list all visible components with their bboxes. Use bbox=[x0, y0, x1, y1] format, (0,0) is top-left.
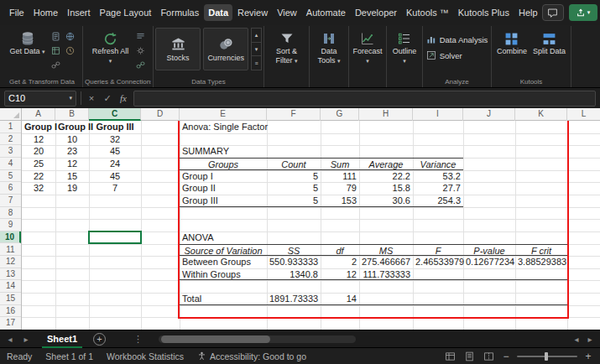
horizontal-scrollbar[interactable] bbox=[159, 335, 356, 343]
cell-C4[interactable]: 24 bbox=[89, 158, 141, 170]
row-header-13[interactable]: 13 bbox=[0, 268, 21, 281]
cell-I5[interactable]: 53.2 bbox=[413, 170, 463, 183]
row-header-11[interactable]: 11 bbox=[0, 244, 21, 257]
cell-I6[interactable]: 27.7 bbox=[413, 182, 463, 195]
cell-G11[interactable]: df bbox=[321, 244, 359, 257]
name-box[interactable]: C10 ▾ bbox=[4, 91, 76, 107]
cell-F4[interactable]: Count bbox=[267, 158, 321, 170]
cell-G4[interactable]: Sum bbox=[321, 158, 359, 170]
cell-I12[interactable]: 2.46533979 bbox=[413, 256, 463, 268]
cell-K12[interactable]: 3.88529383 bbox=[515, 256, 567, 268]
zoom-in-button[interactable]: + bbox=[583, 351, 593, 362]
cell-G7[interactable]: 153 bbox=[321, 195, 359, 207]
scroll-right-icon[interactable]: ▸ bbox=[585, 335, 595, 344]
row-header-4[interactable]: 4 bbox=[0, 158, 21, 170]
row-header-10[interactable]: 10 bbox=[0, 231, 21, 244]
gallery-down-icon[interactable]: ▾ bbox=[252, 43, 261, 57]
menu-tab-file[interactable]: File bbox=[5, 4, 29, 21]
cell-I13[interactable] bbox=[413, 268, 463, 281]
cell-G13[interactable]: 12 bbox=[321, 268, 359, 281]
cell-K13[interactable] bbox=[515, 268, 567, 281]
from-text-csv-button[interactable] bbox=[50, 30, 62, 43]
cell-H13[interactable]: 111.733333 bbox=[359, 268, 413, 281]
refresh-all-button[interactable]: Refresh All ▾ bbox=[90, 28, 132, 65]
column-header-E[interactable]: E bbox=[180, 108, 267, 121]
row-header-2[interactable]: 2 bbox=[0, 133, 21, 146]
outline-button[interactable]: Outline ▾ bbox=[389, 28, 420, 65]
cell-B5[interactable]: 15 bbox=[55, 170, 89, 183]
cell-H5[interactable]: 22.2 bbox=[359, 170, 413, 183]
cell-H12[interactable]: 275.466667 bbox=[359, 256, 413, 268]
zoom-slider[interactable] bbox=[517, 356, 577, 357]
cell-B1[interactable]: Group II bbox=[55, 121, 89, 133]
cell-J13[interactable] bbox=[463, 268, 515, 281]
column-header-F[interactable]: F bbox=[267, 108, 321, 121]
menu-tab-developer[interactable]: Developer bbox=[351, 4, 401, 21]
properties-button[interactable] bbox=[134, 44, 147, 57]
column-header-H[interactable]: H bbox=[359, 108, 413, 121]
column-header-L[interactable]: L bbox=[567, 108, 600, 121]
menu-tab-data[interactable]: Data bbox=[204, 4, 232, 21]
cell-G6[interactable]: 79 bbox=[321, 182, 359, 195]
cell-E1[interactable]: Anova: Single Factor bbox=[180, 121, 267, 133]
row-header-14[interactable]: 14 bbox=[0, 280, 21, 293]
menu-tab-automate[interactable]: Automate bbox=[302, 4, 350, 21]
row-header-12[interactable]: 12 bbox=[0, 256, 21, 268]
cell-E4[interactable]: Groups bbox=[180, 158, 267, 170]
combine-button[interactable]: Combine bbox=[495, 28, 529, 56]
zoom-slider-thumb[interactable] bbox=[545, 352, 548, 361]
menu-tab-page-layout[interactable]: Page Layout bbox=[96, 4, 156, 21]
column-header-G[interactable]: G bbox=[321, 108, 359, 121]
cell-A6[interactable]: 32 bbox=[22, 182, 55, 195]
cancel-button[interactable]: × bbox=[86, 93, 97, 103]
cell-C6[interactable]: 7 bbox=[89, 182, 141, 195]
cell-A1[interactable]: Group I bbox=[22, 121, 55, 133]
sheet-count-label[interactable]: Sheet 1 of 1 bbox=[45, 351, 93, 361]
row-header-9[interactable]: 9 bbox=[0, 219, 21, 231]
currencies-button[interactable]: Currencies bbox=[203, 28, 248, 70]
cell-I15[interactable] bbox=[413, 293, 463, 305]
cell-J15[interactable] bbox=[463, 293, 515, 305]
cell-B4[interactable]: 12 bbox=[55, 158, 89, 170]
queries-connections-button[interactable] bbox=[134, 30, 147, 43]
cell-A5[interactable]: 22 bbox=[22, 170, 55, 183]
zoom-out-button[interactable]: − bbox=[501, 351, 511, 362]
row-header-7[interactable]: 7 bbox=[0, 195, 21, 207]
cell-C1[interactable]: Group III bbox=[89, 121, 141, 133]
formula-input[interactable] bbox=[133, 91, 596, 107]
gallery-more-icon[interactable]: ≡ bbox=[252, 56, 261, 70]
split-data-button[interactable]: Split Data bbox=[531, 28, 567, 56]
page-layout-view-button[interactable] bbox=[462, 350, 476, 362]
menu-tab-help[interactable]: Help bbox=[514, 4, 542, 21]
row-header-3[interactable]: 3 bbox=[0, 145, 21, 158]
sheet-tab-sheet1[interactable]: Sheet1 bbox=[37, 330, 87, 348]
cell-G5[interactable]: 111 bbox=[321, 170, 359, 183]
cell-E5[interactable]: Group I bbox=[180, 170, 267, 183]
cell-F7[interactable]: 5 bbox=[267, 195, 321, 207]
cell-E13[interactable]: Within Groups bbox=[180, 268, 267, 281]
cell-B3[interactable]: 23 bbox=[55, 145, 89, 158]
cell-E15[interactable]: Total bbox=[180, 293, 267, 305]
column-header-I[interactable]: I bbox=[413, 108, 463, 121]
sort-filter-button[interactable]: Sort & Filter ▾ bbox=[266, 28, 307, 65]
cell-C3[interactable]: 45 bbox=[89, 145, 141, 158]
cell-H15[interactable] bbox=[359, 293, 413, 305]
cell-B6[interactable]: 19 bbox=[55, 182, 89, 195]
row-header-6[interactable]: 6 bbox=[0, 182, 21, 195]
menu-tab-home[interactable]: Home bbox=[29, 4, 62, 21]
cell-C5[interactable]: 45 bbox=[89, 170, 141, 183]
sheet-options-kebab-icon[interactable]: ⋮ bbox=[133, 334, 143, 345]
cell-H4[interactable]: Average bbox=[359, 158, 413, 170]
existing-connections-button[interactable] bbox=[50, 59, 62, 71]
data-tools-button[interactable]: Data Tools ▾ bbox=[311, 28, 347, 65]
menu-tab-kutools[interactable]: Kutools ™ bbox=[402, 4, 453, 21]
cell-F5[interactable]: 5 bbox=[267, 170, 321, 183]
cell-E3[interactable]: SUMMARY bbox=[180, 145, 267, 158]
cell-I4[interactable]: Variance bbox=[413, 158, 463, 170]
data-analysis-button[interactable]: Data Analysis bbox=[424, 33, 491, 46]
column-header-K[interactable]: K bbox=[515, 108, 567, 121]
cell-G15[interactable]: 14 bbox=[321, 293, 359, 305]
cell-H6[interactable]: 15.8 bbox=[359, 182, 413, 195]
menu-tab-view[interactable]: View bbox=[273, 4, 301, 21]
menu-tab-formulas[interactable]: Formulas bbox=[156, 4, 203, 21]
